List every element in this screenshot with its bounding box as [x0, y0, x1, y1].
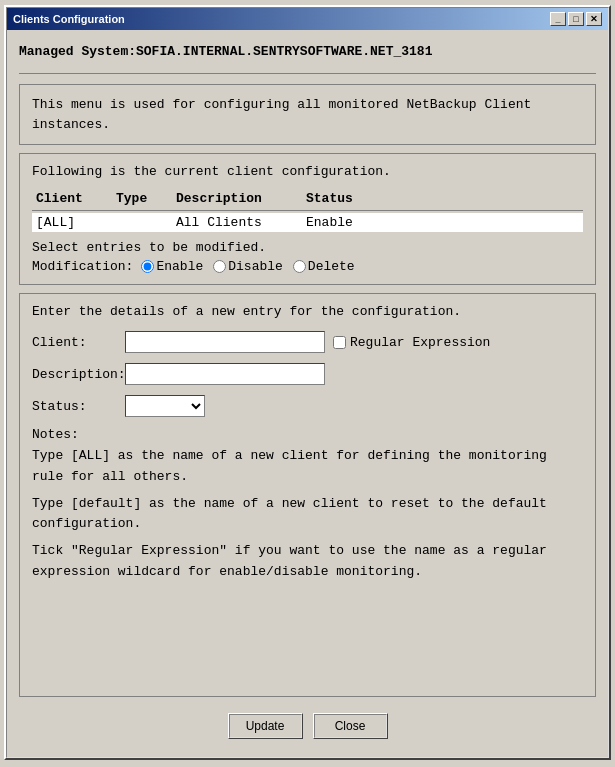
radio-disable-label: Disable: [228, 259, 283, 274]
client-input[interactable]: [125, 331, 325, 353]
row-type: [116, 215, 176, 230]
modification-select-text: Select entries to be modified.: [32, 240, 583, 255]
main-content: Managed System:SOFIA.INTERNAL.SENTRYSOFT…: [7, 30, 608, 757]
col-header-description: Description: [176, 191, 306, 206]
row-client: [ALL]: [36, 215, 116, 230]
modification-section: Select entries to be modified. Modificat…: [32, 240, 583, 274]
radio-disable-input[interactable]: [213, 260, 226, 273]
client-row: Client: Regular Expression: [32, 331, 583, 353]
regular-expression-checkbox[interactable]: [333, 336, 346, 349]
row-description: All Clients: [176, 215, 306, 230]
regular-expression-group: Regular Expression: [333, 335, 490, 350]
table-row[interactable]: [ALL] All Clients Enable: [32, 213, 583, 232]
radio-enable-input[interactable]: [141, 260, 154, 273]
note-2: Type [default] as the name of a new clie…: [32, 494, 583, 536]
info-text: This menu is used for configuring all mo…: [32, 95, 583, 134]
description-row: Description:: [32, 363, 583, 385]
note-1: Type [ALL] as the name of a new client f…: [32, 446, 583, 488]
window-inner: Clients Configuration _ □ ✕ Managed Syst…: [6, 7, 609, 758]
config-section-title: Following is the current client configur…: [32, 164, 583, 179]
notes-title: Notes:: [32, 427, 583, 442]
col-header-client: Client: [36, 191, 116, 206]
description-label: Description:: [32, 367, 117, 382]
bottom-buttons: Update Close: [19, 705, 596, 747]
update-label: Update: [246, 719, 285, 733]
notes-text: Type [ALL] as the name of a new client f…: [32, 446, 583, 583]
config-section: Following is the current client configur…: [19, 153, 596, 285]
note-3: Tick "Regular Expression" if you want to…: [32, 541, 583, 583]
client-label: Client:: [32, 335, 117, 350]
status-dropdown[interactable]: Enable Disable: [125, 395, 205, 417]
close-label: Close: [335, 719, 366, 733]
table-header: Client Type Description Status: [32, 189, 583, 208]
status-row: Status: Enable Disable: [32, 395, 583, 417]
close-button-bottom[interactable]: Close: [313, 713, 388, 739]
notes-section: Notes: Type [ALL] as the name of a new c…: [32, 427, 583, 583]
radio-delete-input[interactable]: [293, 260, 306, 273]
title-bar-buttons: _ □ ✕: [550, 12, 602, 26]
radio-delete[interactable]: Delete: [293, 259, 355, 274]
maximize-button[interactable]: □: [568, 12, 584, 26]
col-header-type: Type: [116, 191, 176, 206]
top-divider: [19, 73, 596, 74]
title-bar: Clients Configuration _ □ ✕: [7, 8, 608, 30]
update-button[interactable]: Update: [228, 713, 303, 739]
row-status: Enable: [306, 215, 386, 230]
col-header-status: Status: [306, 191, 386, 206]
window-title: Clients Configuration: [13, 13, 125, 25]
close-button-inner: Close: [314, 714, 387, 738]
radio-delete-label: Delete: [308, 259, 355, 274]
table-divider: [32, 210, 583, 211]
new-entry-section: Enter the details of a new entry for the…: [19, 293, 596, 697]
managed-system-label: Managed System:SOFIA.INTERNAL.SENTRYSOFT…: [19, 40, 596, 63]
radio-group: Modification: Enable Disable Delete: [32, 259, 583, 274]
regular-expression-label: Regular Expression: [350, 335, 490, 350]
main-window: Clients Configuration _ □ ✕ Managed Syst…: [4, 5, 611, 760]
close-button[interactable]: ✕: [586, 12, 602, 26]
radio-disable[interactable]: Disable: [213, 259, 283, 274]
status-label: Status:: [32, 399, 117, 414]
info-box: This menu is used for configuring all mo…: [19, 84, 596, 145]
new-entry-title: Enter the details of a new entry for the…: [32, 304, 583, 319]
update-button-inner: Update: [229, 714, 302, 738]
radio-enable-label: Enable: [156, 259, 203, 274]
radio-enable[interactable]: Enable: [141, 259, 203, 274]
minimize-button[interactable]: _: [550, 12, 566, 26]
description-input[interactable]: [125, 363, 325, 385]
modification-label: Modification:: [32, 259, 133, 274]
